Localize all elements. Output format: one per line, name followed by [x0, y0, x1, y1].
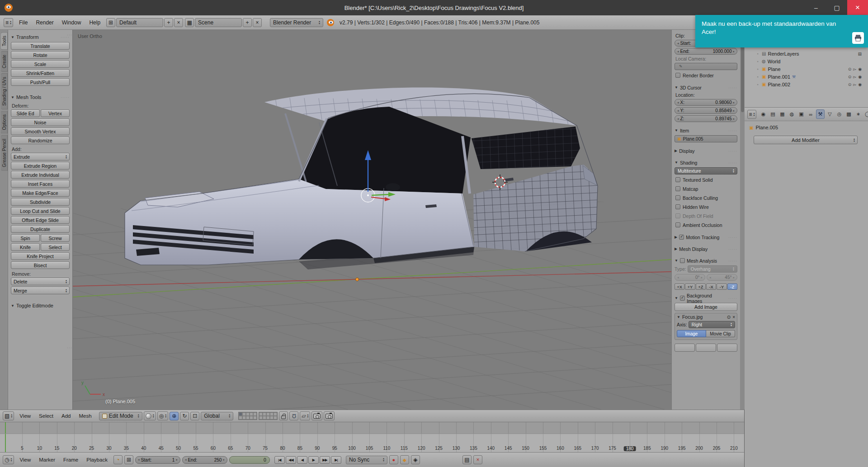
layer-toggle[interactable]	[274, 416, 277, 420]
scene-browse-icon[interactable]: ▦	[185, 18, 194, 27]
properties-tab-particles[interactable]: ∗	[854, 109, 863, 119]
viewport-canvas[interactable]: x y	[73, 30, 671, 410]
frame-number[interactable]: 45	[159, 446, 164, 451]
frame-number[interactable]: 115	[401, 446, 408, 451]
backup-notification-toast[interactable]: Maak nu een back-up met standaardwaarden…	[695, 15, 868, 47]
keying-set-button[interactable]: ◆	[400, 455, 409, 464]
visibility-eye-icon[interactable]: ⊙	[848, 82, 852, 87]
properties-tab-texture[interactable]: ▩	[844, 109, 853, 119]
background-axis-dropdown[interactable]: Right ▴▾	[689, 321, 735, 328]
axis-button-x[interactable]: -X	[706, 283, 716, 290]
toolshelf-tab-shading-uvs[interactable]: Shading / UVs	[1, 73, 8, 109]
transform-panel-header[interactable]: ▼ Transform ·····	[11, 33, 70, 41]
render-border-option[interactable]: Render Border	[675, 71, 737, 79]
frame-number[interactable]: 5	[21, 446, 24, 451]
selectable-icon[interactable]: ▻	[853, 75, 856, 79]
frame-range-lock-button[interactable]: ⊞	[124, 455, 133, 464]
motion-tracking-panel-header[interactable]: ▶ Motion Tracking ·····	[675, 234, 737, 241]
frame-number[interactable]: 140	[487, 446, 495, 451]
panel-grip-icon[interactable]: ·····	[728, 128, 737, 133]
npanel-scrollbar[interactable]	[740, 30, 745, 410]
selectable-icon[interactable]: ▻	[853, 82, 856, 87]
frame-number[interactable]: 35	[124, 446, 129, 451]
opengl-render-anim-button[interactable]	[324, 411, 335, 420]
layer-toggle[interactable]	[253, 416, 257, 420]
checkbox-icon[interactable]	[675, 195, 680, 200]
insert-keyframe-button[interactable]: ◈	[411, 455, 420, 464]
scene-name-field[interactable]: Scene	[195, 18, 242, 27]
shading-mode-dropdown[interactable]: Multitexture ▴▾	[675, 167, 737, 175]
layer-toggle[interactable]	[266, 412, 270, 416]
preview-range-button[interactable]: ◔	[113, 455, 123, 464]
panel-grip-icon[interactable]: ·····	[728, 259, 737, 263]
expander-icon[interactable]: ◦	[755, 67, 760, 71]
expander-icon[interactable]: ◦	[755, 82, 760, 87]
frame-number[interactable]: 40	[141, 446, 146, 451]
expander-icon[interactable]: ◦	[755, 75, 760, 79]
panel-grip-icon[interactable]: ·····	[728, 247, 737, 251]
info-menu-window[interactable]: Window	[58, 19, 85, 26]
frame-number[interactable]: 145	[505, 446, 512, 451]
local-camera-field[interactable]: ✎	[675, 63, 737, 70]
toolshelf-tab-tools[interactable]: Tools	[1, 32, 8, 50]
viewport-menu-select[interactable]: Select	[35, 413, 57, 419]
play-reverse-button[interactable]: ◀	[297, 456, 307, 464]
add-modifier-dropdown[interactable]: Add Modifier ▴▾	[754, 136, 858, 144]
tool-button-delete[interactable]: Delete▴▾	[11, 278, 70, 285]
pivot-center-dropdown[interactable]: ◎▴▾	[157, 411, 169, 420]
play-button[interactable]: ▶	[308, 456, 319, 464]
axis-button-z[interactable]: -Z	[727, 283, 737, 290]
timeline-menu-frame[interactable]: Frame	[59, 457, 82, 462]
frame-number[interactable]: 155	[539, 446, 547, 451]
tool-button-screw[interactable]: Screw	[41, 234, 70, 242]
toolshelf-tab-create[interactable]: Create	[1, 51, 8, 72]
frame-number[interactable]: 120	[418, 446, 425, 451]
frame-number[interactable]: 70	[245, 446, 250, 451]
frame-number[interactable]: 105	[366, 446, 373, 451]
region-grip-icon[interactable]: ····	[67, 33, 74, 37]
source-movieclip-button[interactable]: Movie Clip	[706, 330, 735, 337]
frame-number[interactable]: 125	[435, 446, 443, 451]
shading-option-hidden-wire[interactable]: Hidden Wire	[675, 203, 737, 211]
next-keyframe-button[interactable]: ▶▶	[320, 456, 330, 464]
layer-toggle[interactable]	[242, 412, 246, 416]
tool-button-shrink-fatten[interactable]: Shrink/Fatten	[11, 69, 70, 77]
panel-grip-icon[interactable]: ·····	[728, 149, 737, 153]
visibility-eye-icon[interactable]: ⊙	[848, 75, 852, 79]
properties-tab-constraints[interactable]: ∞	[807, 109, 815, 119]
frame-number[interactable]: 30	[106, 446, 111, 451]
frame-number[interactable]: 60	[211, 446, 216, 451]
angle-min-slider[interactable]: ◂0°▸	[675, 274, 705, 281]
cursor-y-slider[interactable]: ◂Y: 0.85849▸	[675, 107, 737, 114]
checkbox-icon[interactable]	[675, 213, 680, 218]
outliner-item-plane[interactable]: ◦▣Plane⊙▻◉	[745, 65, 868, 73]
tool-button-subdivide[interactable]: Subdivide	[11, 198, 70, 206]
tool-button-knife[interactable]: Knife	[11, 243, 40, 251]
layer-toggle[interactable]	[250, 416, 253, 420]
frame-number[interactable]: 195	[678, 446, 686, 451]
angle-max-slider[interactable]: ◂45°▸	[707, 274, 737, 281]
tool-button-extrude[interactable]: Extrude▴▾	[11, 153, 70, 160]
axis-button-y[interactable]: -Y	[717, 283, 726, 290]
shading-option-depth-of-field[interactable]: Depth Of Field	[675, 212, 737, 220]
frame-number[interactable]: 200	[695, 446, 703, 451]
remove-image-icon[interactable]: ×	[732, 315, 735, 320]
analysis-type-dropdown[interactable]: Overhang ▴▾	[688, 265, 737, 273]
checkbox-icon[interactable]	[675, 73, 680, 78]
auto-keyframe-button[interactable]: ●	[389, 455, 398, 464]
frame-number[interactable]: 15	[54, 446, 59, 451]
viewport-menu-mesh[interactable]: Mesh	[75, 413, 96, 419]
tool-button-duplicate[interactable]: Duplicate	[11, 225, 70, 233]
timeline-menu-marker[interactable]: Marker	[35, 457, 59, 462]
axis-button-+z[interactable]: +Z	[696, 283, 706, 290]
tool-button-extrude-individual[interactable]: Extrude Individual	[11, 171, 70, 179]
checkbox-icon[interactable]	[680, 296, 685, 301]
shading-option-textured-solid[interactable]: Textured Solid	[675, 176, 737, 184]
frame-number[interactable]: 150	[522, 446, 529, 451]
axis-button-+x[interactable]: +X	[675, 283, 684, 290]
axis-button-+y[interactable]: +Y	[685, 283, 695, 290]
tool-button-loop-cut-and-slide[interactable]: Loop Cut and Slide	[11, 207, 70, 215]
frame-number[interactable]: 85	[297, 446, 302, 451]
item-panel-header[interactable]: ▼ Item ·····	[675, 127, 737, 134]
frame-number[interactable]: 165	[574, 446, 581, 451]
